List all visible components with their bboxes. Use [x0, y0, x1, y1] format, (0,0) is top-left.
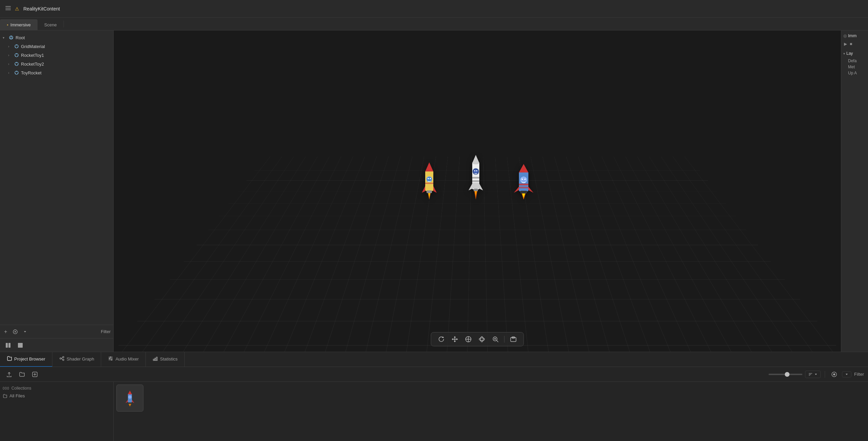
svg-point-19	[16, 62, 17, 63]
svg-point-56	[476, 170, 477, 171]
svg-point-16	[17, 55, 18, 56]
rocket-2	[466, 154, 485, 201]
layers-chevron: ▾	[843, 52, 845, 55]
collections-dots: 000	[3, 387, 9, 390]
svg-point-12	[17, 47, 18, 47]
svg-rect-30	[18, 343, 23, 348]
right-panel-header: ◎ Imm	[843, 33, 866, 38]
svg-point-67	[522, 179, 523, 180]
rocket-1	[419, 161, 439, 201]
bottom-panel: Filter 000 Collections All Files	[0, 367, 868, 441]
tree-item-rockettoy1[interactable]: › RocketToy1	[0, 51, 113, 60]
orbit-tool-button[interactable]	[476, 334, 488, 344]
tree-item-rockettoy2[interactable]: › RocketToy2	[0, 60, 113, 68]
svg-point-40	[430, 178, 431, 179]
bottom-tab-statistics-label: Statistics	[160, 356, 178, 362]
tree-label-rockettoy2: RocketToy2	[21, 62, 44, 67]
svg-marker-32	[425, 162, 433, 171]
svg-point-59	[521, 177, 527, 183]
bottom-left-panel: 000 Collections All Files	[0, 382, 114, 441]
asset-thumbnail-1[interactable]	[116, 385, 143, 412]
tab-immersive[interactable]: Immersive	[0, 19, 38, 30]
play-button[interactable]: ▶	[843, 41, 848, 47]
filter-dropdown-button[interactable]	[842, 371, 851, 377]
tree-item-toyrocket[interactable]: › ToyRocket	[0, 68, 113, 77]
folder-button[interactable]	[17, 370, 27, 378]
viewport-content	[114, 30, 841, 352]
move-tool-button[interactable]	[449, 334, 461, 344]
tab-scene[interactable]: Scene	[38, 19, 64, 30]
zoom-tool-button[interactable]	[489, 334, 502, 344]
svg-rect-99	[155, 358, 156, 361]
bottom-tab-project-browser[interactable]: Project Browser	[0, 352, 52, 367]
bottom-tab-audio-mixer[interactable]: Audio Mixer	[101, 352, 146, 367]
svg-rect-100	[156, 357, 157, 361]
bottom-tab-audio-mixer-label: Audio Mixer	[115, 356, 139, 362]
add-asset-button[interactable]	[30, 370, 40, 378]
audio-mixer-icon	[108, 356, 113, 362]
tree-item-gridmaterial[interactable]: › GridMaterial	[0, 42, 113, 51]
bottom-tab-statistics[interactable]: Statistics	[146, 352, 185, 367]
menu-icon[interactable]	[5, 5, 11, 12]
collections-header: 000 Collections	[3, 385, 111, 392]
add-item-button[interactable]: +	[3, 328, 8, 335]
tree-label-rockettoy1: RocketToy1	[21, 53, 44, 58]
layer-item-up: Up A	[843, 70, 866, 76]
tree-label-root: Root	[16, 35, 25, 40]
svg-point-80	[481, 336, 483, 342]
single-panel-button[interactable]	[16, 342, 24, 349]
all-files-label: All Files	[9, 393, 25, 398]
svg-point-21	[15, 64, 16, 65]
viewport[interactable]	[114, 30, 841, 352]
view-toggle-bar	[0, 338, 113, 352]
svg-marker-58	[519, 164, 528, 172]
svg-rect-0	[5, 6, 11, 7]
tree-label-toyrocket: ToyRocket	[21, 70, 42, 75]
filter-circle-button[interactable]	[829, 370, 839, 378]
svg-marker-35	[433, 186, 437, 193]
svg-point-96	[109, 358, 110, 359]
camera-tool-button[interactable]	[507, 334, 520, 344]
bottom-panel-content: 000 Collections All Files	[0, 382, 868, 441]
circle-filter-button[interactable]	[11, 328, 19, 335]
stop-button[interactable]: ■	[849, 41, 853, 47]
svg-rect-52	[474, 189, 478, 191]
svg-point-15	[16, 53, 17, 54]
bottom-tab-shader-graph[interactable]: Shader Graph	[52, 352, 101, 367]
sort-button[interactable]	[805, 371, 821, 378]
upload-button[interactable]	[4, 370, 14, 378]
svg-point-17	[15, 55, 16, 56]
svg-rect-36	[427, 190, 432, 193]
statistics-icon	[153, 356, 158, 362]
zoom-slider-thumb[interactable]	[785, 372, 790, 377]
panel-view-button[interactable]	[4, 342, 12, 349]
chevron-root: ▾	[3, 36, 8, 40]
svg-rect-28	[6, 343, 8, 348]
transform-tool-button[interactable]	[462, 334, 475, 344]
svg-point-13	[15, 47, 16, 47]
svg-marker-34	[422, 186, 425, 193]
svg-point-88	[63, 356, 64, 358]
warning-icon: ⚠	[15, 6, 19, 11]
tree-item-root[interactable]: ▾ Root	[0, 33, 113, 42]
svg-point-39	[428, 178, 429, 179]
tab-immersive-label: Immersive	[10, 22, 31, 27]
chevron-rockettoy2: ›	[8, 62, 14, 66]
zoom-slider[interactable]	[769, 374, 802, 375]
chevron-rockettoy1: ›	[8, 53, 14, 57]
rotate-tool-button[interactable]	[435, 334, 448, 344]
filter-chevron-button[interactable]	[22, 329, 28, 334]
svg-rect-98	[153, 359, 154, 361]
svg-point-24	[17, 73, 18, 74]
svg-rect-49	[472, 183, 479, 189]
gridmaterial-icon	[14, 43, 20, 49]
toyrocket-icon	[14, 70, 20, 76]
svg-rect-41	[425, 183, 433, 184]
shader-graph-icon	[59, 356, 65, 362]
svg-marker-50	[469, 184, 472, 190]
rocket-3	[512, 162, 536, 201]
chevron-gridmaterial: ›	[8, 45, 14, 48]
svg-point-68	[524, 179, 526, 180]
svg-point-108	[833, 373, 835, 375]
all-files-row[interactable]: All Files	[3, 392, 111, 400]
